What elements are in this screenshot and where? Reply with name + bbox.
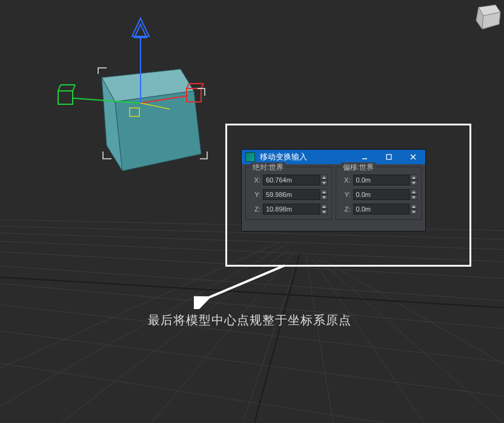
abs-x-label: X: (250, 176, 260, 184)
maximize-button[interactable] (377, 150, 401, 164)
absolute-world-group: 绝对:世界 X: 60.764m Y: 59.986m (245, 167, 332, 220)
svg-line-2 (61, 248, 290, 423)
svg-marker-50 (322, 205, 326, 208)
svg-rect-43 (386, 155, 391, 159)
off-z-label: Z: (340, 205, 351, 213)
abs-x-spinner[interactable] (320, 175, 328, 185)
svg-line-6 (312, 258, 424, 423)
svg-marker-57 (412, 211, 416, 213)
transform-type-in-dialog[interactable]: 移动变换输入 绝对:世界 X: 60.764m (241, 149, 426, 231)
close-button[interactable] (401, 150, 425, 164)
svg-marker-56 (412, 205, 416, 208)
abs-y-label: Y: (250, 191, 260, 198)
svg-marker-54 (412, 191, 416, 193)
svg-marker-48 (322, 191, 326, 193)
abs-z-spinner[interactable] (320, 204, 328, 215)
off-y-spinner[interactable] (410, 189, 417, 200)
svg-marker-53 (412, 182, 416, 184)
svg-marker-52 (412, 176, 416, 179)
absolute-world-label: 绝对:世界 (251, 162, 285, 173)
annotation-text: 最后将模型中心点规整于坐标系原点 (148, 312, 351, 328)
svg-line-7 (318, 259, 504, 423)
svg-line-0 (0, 242, 279, 423)
svg-line-8 (324, 261, 504, 423)
offset-world-label: 偏移:世界 (341, 162, 376, 173)
abs-y-input[interactable]: 59.986m (263, 189, 320, 200)
off-y-label: Y: (340, 191, 351, 198)
svg-line-1 (0, 245, 285, 423)
abs-x-input[interactable]: 60.764m (263, 175, 320, 185)
svg-marker-49 (322, 196, 326, 199)
svg-marker-46 (322, 176, 326, 179)
svg-marker-51 (322, 211, 326, 213)
abs-y-spinner[interactable] (320, 189, 328, 200)
viewcube[interactable] (468, 0, 504, 36)
off-z-input[interactable]: 0.0m (353, 204, 410, 215)
off-y-input[interactable]: 0.0m (353, 189, 410, 200)
svg-marker-47 (322, 182, 326, 184)
svg-line-19 (0, 270, 504, 315)
off-x-spinner[interactable] (410, 175, 417, 185)
dialog-title: 移动变换输入 (255, 152, 353, 162)
off-z-spinner[interactable] (410, 204, 417, 215)
svg-line-11 (0, 273, 504, 339)
off-x-input[interactable]: 0.0m (353, 175, 410, 185)
abs-z-input[interactable]: 10.898m (263, 204, 320, 215)
offset-world-group: 偏移:世界 X: 0.0m Y: 0.0m (336, 167, 422, 220)
app-icon (245, 152, 255, 162)
svg-marker-55 (412, 196, 416, 199)
off-x-label: X: (340, 176, 351, 184)
viewport-3d[interactable]: 移动变换输入 绝对:世界 X: 60.764m (0, 0, 504, 423)
abs-z-label: Z: (250, 205, 260, 213)
